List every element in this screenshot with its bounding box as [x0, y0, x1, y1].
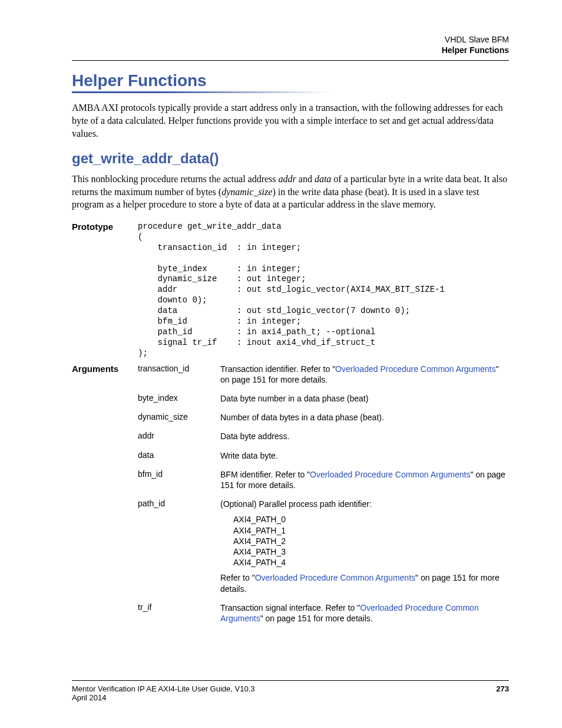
arg-desc-addr: Data byte address.: [220, 431, 509, 442]
prototype-label: Prototype: [72, 222, 138, 359]
arg-desc-bfm-id: BFM identifier. Refer to "Overloaded Pro…: [220, 469, 509, 490]
path-option: AXI4_PATH_3: [233, 546, 509, 557]
arg-name-tr-if: tr_if: [138, 602, 220, 624]
arg-desc-dynamic-size: Number of data bytes in a data phase (be…: [220, 412, 509, 423]
para-addr: addr: [279, 174, 296, 184]
footer-rule: [72, 680, 509, 681]
footer-date: April 2014: [72, 693, 509, 702]
desc-text: BFM identifier. Refer to ": [220, 470, 310, 479]
section-title: Helper Functions: [72, 71, 509, 90]
desc-text: " on page 151 for more details.: [260, 614, 373, 623]
arg-name-data: data: [138, 450, 220, 461]
link-overloaded-args[interactable]: Overloaded Procedure Common Arguments: [335, 364, 495, 374]
arg-name-addr: addr: [138, 431, 220, 442]
desc-text: Transaction identifier. Refer to ": [220, 364, 335, 374]
page: VHDL Slave BFM Helper Functions Helper F…: [0, 0, 562, 728]
arguments-label: Arguments: [72, 364, 138, 624]
arguments-grid: transaction_id Transaction identifier. R…: [138, 364, 509, 624]
arg-desc-byte-index: Data byte number in a data phase (beat): [220, 393, 509, 404]
arg-desc-path-id: (Optional) Parallel process path identif…: [220, 499, 509, 594]
arg-desc-data: Write data byte.: [220, 450, 509, 461]
arg-desc-tr-if: Transaction signal interface. Refer to "…: [220, 602, 509, 624]
path-option: AXI4_PATH_2: [233, 536, 509, 546]
footer-page-number: 273: [496, 684, 509, 693]
arg-name-path-id: path_id: [138, 499, 220, 594]
path-option: AXI4_PATH_0: [233, 514, 509, 525]
prototype-code: procedure get_write_addr_data ( transact…: [138, 222, 509, 359]
path-option: AXI4_PATH_1: [233, 525, 509, 536]
path-option: AXI4_PATH_4: [233, 557, 509, 568]
desc-text: Transaction signal interface. Refer to ": [220, 603, 360, 612]
subsection-title: get_write_addr_data(): [72, 150, 509, 167]
header-line-1: VHDL Slave BFM: [72, 34, 509, 45]
desc-text: (Optional) Parallel process path identif…: [220, 499, 509, 509]
arg-name-transaction-id: transaction_id: [138, 364, 220, 385]
para-text: and: [296, 174, 315, 184]
footer-row: Mentor Verification IP AE AXI4-Lite User…: [72, 684, 509, 693]
reference-table: Prototype procedure get_write_addr_data …: [72, 222, 509, 624]
section-intro: AMBA AXI protocols typically provide a s…: [72, 101, 509, 140]
arg-name-dynamic-size: dynamic_size: [138, 412, 220, 423]
path-id-list: AXI4_PATH_0 AXI4_PATH_1 AXI4_PATH_2 AXI4…: [233, 514, 509, 568]
link-overloaded-args[interactable]: Overloaded Procedure Common Arguments: [310, 470, 470, 479]
subsection-paragraph: This nonblocking procedure returns the a…: [72, 173, 509, 211]
arg-name-bfm-id: bfm_id: [138, 469, 220, 490]
link-overloaded-args[interactable]: Overloaded Procedure Common Arguments: [255, 573, 415, 582]
title-underline: [72, 91, 331, 93]
arg-desc-transaction-id: Transaction identifier. Refer to "Overlo…: [220, 364, 509, 385]
footer-guide: Mentor Verification IP AE AXI4-Lite User…: [72, 684, 254, 693]
header-rule: [72, 60, 509, 61]
desc-text: Refer to ": [220, 573, 255, 582]
running-header: VHDL Slave BFM Helper Functions: [72, 34, 509, 55]
arg-name-byte-index: byte_index: [138, 393, 220, 404]
para-dynamic-size: dynamic_size: [222, 187, 272, 197]
para-data: data: [315, 174, 331, 184]
page-footer: Mentor Verification IP AE AXI4-Lite User…: [72, 680, 509, 702]
para-text: This nonblocking procedure returns the a…: [72, 174, 279, 184]
header-line-2: Helper Functions: [72, 45, 509, 55]
desc-text: Refer to "Overloaded Procedure Common Ar…: [220, 572, 509, 594]
